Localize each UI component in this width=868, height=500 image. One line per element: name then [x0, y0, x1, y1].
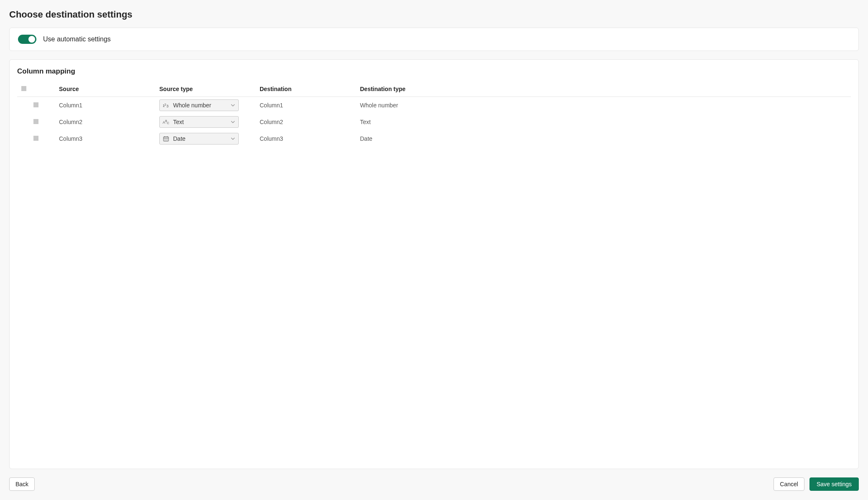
- source-type-dropdown[interactable]: ABC Text: [159, 116, 239, 128]
- source-type-label: Date: [173, 135, 227, 142]
- svg-point-11: [166, 139, 166, 139]
- header-source-type: Source type: [155, 82, 255, 97]
- calendar-icon: [162, 136, 170, 142]
- source-type-label: Whole number: [173, 102, 227, 109]
- text-icon: ABC: [162, 119, 170, 125]
- source-type-dropdown[interactable]: Date: [159, 133, 239, 145]
- svg-point-12: [167, 139, 167, 139]
- chevron-down-icon: [231, 121, 235, 123]
- back-button[interactable]: Back: [9, 477, 35, 491]
- table-header-row: Source Source type Destination Destinati…: [17, 82, 851, 97]
- header-destination: Destination: [255, 82, 356, 97]
- automatic-settings-row: Use automatic settings: [18, 35, 850, 44]
- automatic-settings-toggle[interactable]: [18, 35, 36, 44]
- source-cell: Column2: [55, 114, 155, 130]
- row-checkbox[interactable]: [33, 136, 38, 141]
- column-mapping-table: Source Source type Destination Destinati…: [17, 82, 851, 147]
- chevron-down-icon: [231, 137, 235, 140]
- row-checkbox[interactable]: [33, 119, 38, 124]
- column-mapping-title: Column mapping: [17, 67, 851, 76]
- column-mapping-card: Column mapping Source Source type Destin…: [9, 59, 859, 469]
- header-destination-type: Destination type: [356, 82, 851, 97]
- cancel-button[interactable]: Cancel: [774, 477, 804, 491]
- footer-bar: Back Cancel Save settings: [9, 477, 859, 500]
- source-cell: Column1: [55, 97, 155, 114]
- source-type-dropdown[interactable]: 123 Whole number: [159, 99, 239, 111]
- chevron-down-icon: [231, 104, 235, 107]
- automatic-settings-card: Use automatic settings: [9, 28, 859, 51]
- svg-point-14: [166, 140, 166, 140]
- number-icon: 123: [162, 102, 170, 108]
- source-type-label: Text: [173, 119, 227, 125]
- source-cell: Column3: [55, 130, 155, 147]
- svg-point-10: [164, 139, 165, 139]
- svg-text:3: 3: [166, 104, 168, 108]
- svg-point-13: [164, 140, 165, 140]
- table-row: Column3 Da: [17, 130, 851, 147]
- destination-cell: Column1: [255, 97, 356, 114]
- page-title: Choose destination settings: [9, 9, 859, 20]
- svg-point-15: [167, 140, 167, 140]
- destination-type-cell: Text: [356, 114, 851, 130]
- table-row: Column1 123 Whole number Column1 Whole n…: [17, 97, 851, 114]
- select-all-checkbox[interactable]: [21, 86, 26, 91]
- destination-cell: Column3: [255, 130, 356, 147]
- destination-cell: Column2: [255, 114, 356, 130]
- save-settings-button[interactable]: Save settings: [809, 477, 859, 491]
- automatic-settings-label: Use automatic settings: [43, 36, 111, 43]
- destination-type-cell: Date: [356, 130, 851, 147]
- table-row: Column2 ABC Text Column2 Text: [17, 114, 851, 130]
- row-checkbox[interactable]: [33, 102, 38, 107]
- header-checkbox-cell: [17, 82, 55, 97]
- header-source: Source: [55, 82, 155, 97]
- destination-type-cell: Whole number: [356, 97, 851, 114]
- svg-text:C: C: [167, 121, 169, 125]
